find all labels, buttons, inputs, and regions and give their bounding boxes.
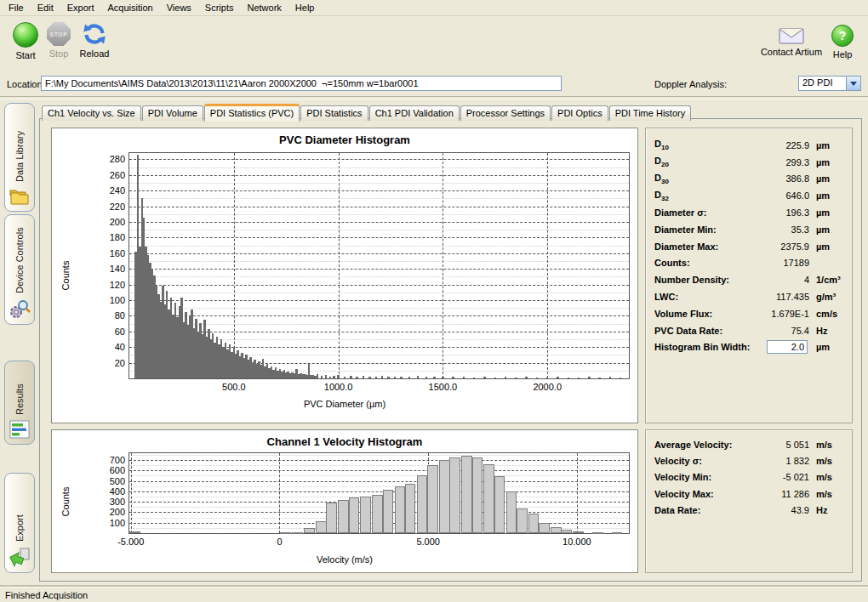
contact-artium-button[interactable]: Contact Artium [757,26,825,57]
histogram-bar [395,486,406,533]
y-tick-label: 20 [91,358,125,368]
menu-item-edit[interactable]: Edit [31,1,60,14]
histogram-bar [515,378,517,378]
x-tick-label: 0 [277,537,282,547]
histogram-bar [425,377,427,378]
combo-dropdown-button[interactable] [846,77,860,90]
histogram-bar [381,376,383,378]
stat-label: Histogram Bin Width: [654,342,750,352]
histogram-bar [350,376,351,378]
tab-pdi-statistics-pvc[interactable]: PDI Statistics (PVC) [204,104,300,122]
x-tick-label: 5.000 [416,537,440,547]
gridline-major [443,153,443,378]
stat-label: Diameter Max: [654,241,718,252]
stat-label: Counts: [654,258,690,268]
y-tick-label: 700 [91,455,125,465]
location-label: Location: [7,79,45,89]
sidebar-item-label: Device Controls [14,222,25,293]
histogram-bar [356,377,357,378]
menu-bar: File Edit Export Acquisition Views Scrip… [0,0,868,16]
gridline-major [339,153,340,378]
sidebar-item-export[interactable]: Export [4,473,35,573]
status-text: Finished Acquisition [5,590,88,600]
velocity-statistics-panel: Average Velocity:5 051m/sVelocity σ:1 83… [645,429,853,573]
histogram-bar [368,377,370,378]
stat-label: Diameter σ: [654,207,706,218]
gridline-minor [129,214,629,215]
tab-processor-settings[interactable]: Processor Settings [460,105,551,121]
histogram-bin-width-input[interactable] [767,340,808,354]
doppler-analysis-select[interactable]: 2D PDI [798,76,861,91]
velocity-stat-row: Average Velocity:5 051m/s [646,436,852,452]
stat-value: 43.9 [731,505,809,515]
histogram-bar [473,378,475,378]
help-question-icon: ? [831,25,854,47]
histogram-bar [337,375,339,378]
tab-pdi-optics[interactable]: PDI Optics [551,105,608,121]
histogram-bar [360,497,371,533]
tab-pdi-volume[interactable]: PDI Volume [142,105,203,121]
menu-item-help[interactable]: Help [288,1,322,14]
doppler-analysis-value: 2D PDI [799,77,846,90]
stat-value: 225.9 [731,140,809,150]
tab-pdi-statistics[interactable]: PDI Statistics [300,105,368,121]
stat-label: Velocity σ: [654,456,702,466]
export-arrow-icon [9,547,31,567]
gridline-major [129,269,629,270]
histogram-bar [472,457,483,533]
histogram-bar [494,476,505,533]
pvc-stat-row: Diameter σ:196.3µm [646,204,852,221]
doppler-analysis-label: Doppler Analysis: [654,79,727,89]
help-button[interactable]: ? Help [827,25,858,60]
histogram-bar [561,530,572,533]
sidebar-item-results[interactable]: Results [4,361,35,445]
menu-item-acquisition[interactable]: Acquisition [101,1,160,14]
tab-ch1-pdi-validation[interactable]: Ch1 PDI Validation [369,105,460,121]
sidebar-item-device-controls[interactable]: Device Controls [4,214,35,325]
tab-ch1-velocity-vs-size[interactable]: Ch1 Velocity vs. Size [42,105,141,121]
help-button-label: Help [833,49,853,60]
stat-unit: µm [816,157,830,168]
histogram-bar [528,514,540,533]
histogram-bar [573,531,584,533]
stat-unit: µm [816,224,830,235]
start-button[interactable]: Start [7,22,44,60]
gear-magnifier-icon [9,298,31,319]
reload-button[interactable]: Reload [75,22,114,59]
tab-pdi-time-history[interactable]: PDI Time History [609,105,692,121]
gridline-major [129,491,629,492]
tab-page-pdi-statistics-pvc: PVC Diameter Histogram Counts 2040608010… [39,118,862,582]
location-input[interactable] [41,76,562,91]
pvc-stat-row: D10225.9µm [646,137,852,154]
velocity-statistics-rows: Average Velocity:5 051m/sVelocity σ:1 83… [646,430,852,518]
y-tick-label: 200 [91,217,125,227]
histogram-bar [546,378,548,378]
y-tick-label: 80 [91,310,125,321]
x-axis-label: Velocity (m/s) [52,554,637,565]
toolbar-divider [0,96,868,99]
stat-label: Diameter Min: [654,224,717,235]
stat-label: Data Rate: [654,505,700,515]
stop-button[interactable]: STOP Stop [43,22,75,59]
histogram-bar [506,491,517,533]
stat-unit: m/s [816,472,832,482]
stat-value: 11 286 [731,489,809,499]
menu-item-network[interactable]: Network [240,1,288,14]
histogram-bar [612,532,623,534]
histogram-bar [461,456,472,533]
y-tick-label: 600 [91,465,125,475]
stat-label: Velocity Min: [654,472,711,482]
histogram-bar [280,532,291,534]
menu-item-scripts[interactable]: Scripts [198,1,241,14]
stat-value: 17189 [731,258,809,268]
histogram-bar [292,532,303,534]
menu-item-export[interactable]: Export [60,1,101,14]
sidebar-item-data-library[interactable]: Data Library [4,103,35,212]
stat-unit: µm [816,241,830,252]
histogram-bar [536,378,538,378]
menu-item-file[interactable]: File [2,1,31,14]
menu-item-views[interactable]: Views [160,1,198,14]
y-tick-label: 260 [91,170,125,180]
stat-value: 117.435 [731,292,809,302]
histogram-bar [463,377,465,378]
